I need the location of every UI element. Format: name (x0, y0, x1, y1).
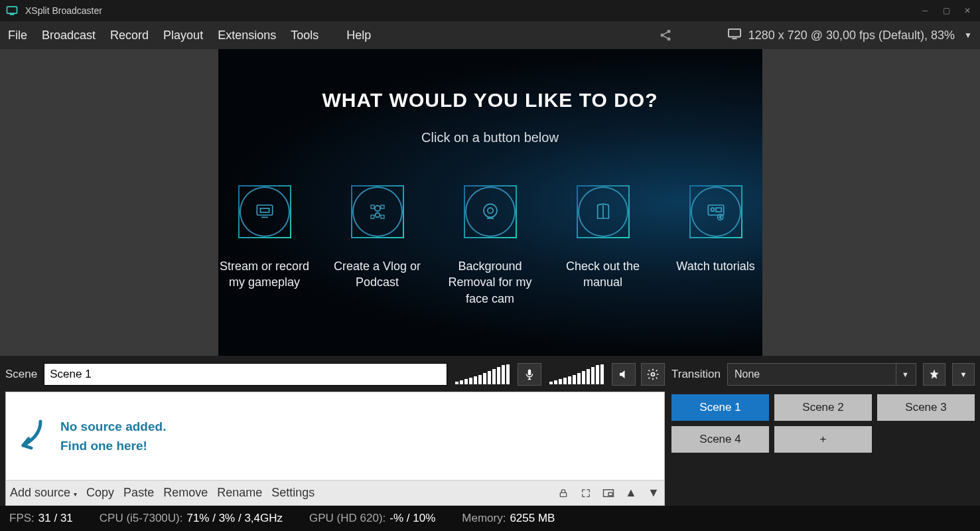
window-title: XSplit Broadcaster (25, 5, 920, 16)
move-down-icon[interactable]: ▼ (647, 487, 660, 500)
svg-point-11 (487, 208, 492, 213)
memory-value: 6255 MB (510, 512, 555, 524)
transition-label: Transition (671, 368, 721, 381)
gpu-label: GPU (HD 620): (309, 512, 385, 524)
webcam-icon (464, 185, 517, 238)
onboard-option-label: Check out the manual (554, 258, 652, 291)
microphone-icon[interactable] (518, 363, 541, 386)
resolution-status[interactable]: 1280 x 720 @ 30,00 fps (Default), 83% (748, 29, 955, 42)
onboard-option-label: Stream or record my gameplay (216, 258, 314, 291)
menu-record[interactable]: Record (110, 29, 149, 42)
svg-point-10 (484, 204, 497, 217)
menu-broadcast[interactable]: Broadcast (42, 29, 96, 42)
cpu-label: CPU (i5-7300U): (100, 512, 183, 524)
fps-value: 31 / 31 (38, 512, 73, 524)
svg-point-3 (660, 34, 664, 37)
svg-point-17 (652, 373, 655, 376)
maximize-icon[interactable]: ▢ (942, 6, 951, 15)
hint-arrow-icon (14, 416, 47, 456)
minimize-icon[interactable]: ─ (920, 6, 930, 15)
scene-grid: Scene 1 Scene 2 Scene 3 Scene 4 + (671, 394, 975, 453)
svg-point-13 (711, 208, 714, 211)
svg-rect-1 (10, 14, 15, 15)
svg-rect-6 (257, 205, 272, 215)
add-source-button[interactable]: Add source ▾ (10, 486, 77, 500)
titlebar: XSplit Broadcaster ─ ▢ ✕ (0, 0, 980, 21)
onboard-option-label: Background Removal for my face cam (441, 258, 539, 307)
speaker-icon[interactable] (612, 363, 636, 386)
svg-point-2 (667, 30, 670, 33)
svg-rect-12 (708, 205, 723, 215)
lock-icon[interactable] (557, 487, 570, 500)
expand-icon[interactable] (579, 487, 593, 500)
no-source-line2[interactable]: Find one here! (60, 436, 166, 455)
podcast-icon (351, 185, 404, 238)
scene-button-2[interactable]: Scene 2 (774, 394, 872, 421)
svg-rect-20 (608, 493, 612, 496)
onboard-option-label: Create a Vlog or Podcast (328, 258, 427, 291)
favorite-add-icon[interactable] (923, 363, 945, 386)
gameplay-icon (238, 185, 291, 238)
menu-extensions[interactable]: Extensions (218, 29, 276, 42)
sources-toolbar: Add source ▾ Copy Paste Remove Rename Se… (6, 480, 664, 505)
share-icon[interactable] (658, 28, 673, 42)
app-icon (5, 4, 19, 17)
onboard-heading: WHAT WOULD YOU LIKE TO DO? (322, 89, 658, 112)
gpu-value: -% / 10% (389, 512, 435, 524)
copy-button[interactable]: Copy (86, 486, 114, 500)
onboard-option-gameplay[interactable]: Stream or record my gameplay (216, 185, 314, 307)
onboard-option-label: Watch tutorials (676, 258, 754, 274)
book-icon (577, 185, 630, 238)
onboard-option-tutorials[interactable]: Watch tutorials (667, 185, 765, 307)
scene-label: Scene (5, 368, 37, 381)
rename-button[interactable]: Rename (217, 486, 262, 500)
svg-rect-18 (560, 493, 566, 496)
onboard-subtitle: Click on a button below (421, 130, 559, 145)
memory-label: Memory: (462, 512, 506, 524)
paste-button[interactable]: Paste (123, 486, 154, 500)
fps-label: FPS: (9, 512, 35, 524)
scene-name-input[interactable] (44, 363, 447, 386)
transition-menu-icon[interactable]: ▼ (952, 363, 975, 386)
menu-file[interactable]: File (8, 29, 27, 42)
move-up-icon[interactable]: ▲ (624, 487, 638, 500)
menubar: File Broadcast Record Playout Extensions… (0, 21, 980, 49)
speaker-volume-meter[interactable] (547, 364, 606, 384)
svg-point-4 (667, 37, 670, 40)
sources-panel: No source added. Find one here! Add sour… (5, 392, 665, 506)
chevron-down-icon[interactable]: ▼ (964, 31, 972, 40)
svg-point-8 (374, 206, 380, 211)
remove-button[interactable]: Remove (163, 486, 208, 500)
mic-volume-meter[interactable] (453, 364, 512, 384)
menu-tools[interactable]: Tools (291, 29, 318, 42)
svg-rect-14 (716, 208, 721, 212)
tutorial-icon (689, 185, 742, 238)
svg-rect-5 (729, 29, 740, 37)
scene-button-3[interactable]: Scene 3 (877, 394, 975, 421)
svg-point-15 (717, 214, 723, 220)
monitor-icon (727, 28, 742, 43)
svg-rect-0 (7, 7, 17, 13)
transition-select[interactable]: None ▼ (727, 363, 916, 386)
chevron-down-icon: ▼ (896, 364, 909, 385)
scene-button-4[interactable]: Scene 4 (671, 426, 769, 453)
scene-add-button[interactable]: + (774, 426, 872, 453)
onboard-option-manual[interactable]: Check out the manual (554, 185, 652, 307)
cpu-value: 71% / 3% / 3,4GHz (186, 512, 283, 524)
svg-rect-7 (260, 208, 269, 212)
menu-help[interactable]: Help (346, 29, 371, 42)
svg-rect-16 (528, 370, 531, 376)
preview-canvas: WHAT WOULD YOU LIKE TO DO? Click on a bu… (218, 49, 762, 356)
frame-icon[interactable] (602, 487, 615, 500)
preview-area: WHAT WOULD YOU LIKE TO DO? Click on a bu… (0, 49, 980, 356)
onboard-option-vlog[interactable]: Create a Vlog or Podcast (328, 185, 427, 307)
close-icon[interactable]: ✕ (963, 6, 972, 15)
svg-point-9 (375, 213, 380, 218)
gear-icon[interactable] (641, 363, 665, 386)
settings-button[interactable]: Settings (271, 486, 315, 500)
lower-panel: Scene No sour (0, 356, 980, 506)
menu-playout[interactable]: Playout (163, 29, 203, 42)
onboard-option-bgremoval[interactable]: Background Removal for my face cam (441, 185, 539, 307)
scene-button-1[interactable]: Scene 1 (671, 394, 769, 421)
no-source-line1: No source added. (60, 417, 166, 436)
